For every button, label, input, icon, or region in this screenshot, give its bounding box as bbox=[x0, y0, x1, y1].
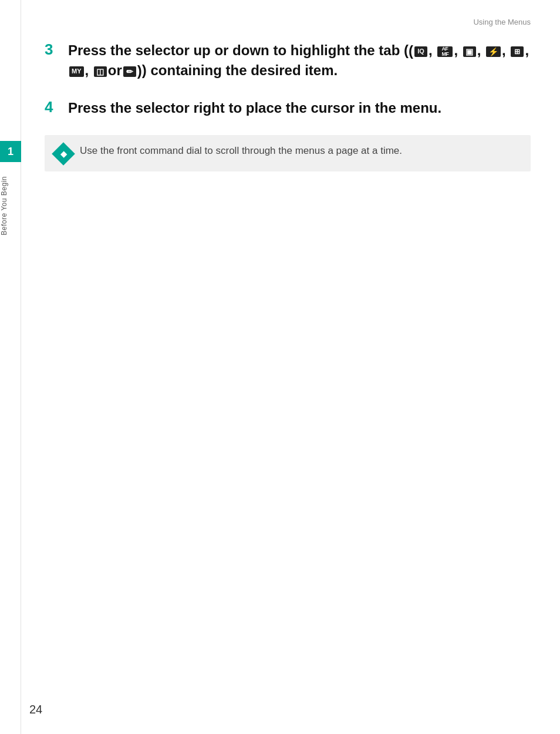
note-text: Use the front command dial to scroll thr… bbox=[80, 143, 402, 159]
step-3-text-before: Press the selector up or down to highlig… bbox=[68, 42, 409, 58]
step-3: 3 Press the selector up or down to highl… bbox=[45, 41, 531, 81]
step-4: 4 Press the selector right to place the … bbox=[45, 99, 531, 117]
custom-icon: ✏ bbox=[123, 66, 136, 77]
page-number: 24 bbox=[29, 703, 42, 716]
my-icon: MY bbox=[69, 66, 84, 77]
playback-icon: ◫ bbox=[94, 66, 107, 77]
note-box: ◆ Use the front command dial to scroll t… bbox=[45, 135, 531, 171]
sidebar: 1 Before You Begin bbox=[0, 0, 21, 734]
note-icon-container: ◆ bbox=[54, 144, 73, 163]
comma-4: , bbox=[502, 42, 510, 58]
comma-1: , bbox=[429, 42, 436, 58]
grid-icon: ⊞ bbox=[511, 46, 524, 57]
step-3-text: Press the selector up or down to highlig… bbox=[68, 41, 531, 81]
step-3-text-after: ) containing the desired item. bbox=[142, 62, 338, 78]
step-4-text: Press the selector right to place the cu… bbox=[68, 99, 531, 117]
flash-icon: ⚡ bbox=[486, 46, 501, 57]
sidebar-chapter-number: 1 bbox=[0, 141, 21, 162]
or-text: or bbox=[108, 62, 122, 78]
camera-icon: ▣ bbox=[463, 46, 476, 57]
close-paren: ) bbox=[137, 63, 142, 79]
comma-5: , bbox=[525, 42, 529, 58]
page-header-text: Using the Menus bbox=[473, 18, 531, 26]
open-paren: ( bbox=[409, 43, 413, 59]
note-diamond-icon: ◆ bbox=[52, 142, 75, 166]
note-diamond-inner: ◆ bbox=[60, 149, 67, 159]
sidebar-chapter-label: Before You Begin bbox=[0, 170, 21, 241]
afmf-icon: AFMF bbox=[437, 46, 453, 57]
comma-2: , bbox=[454, 42, 461, 58]
page-header: Using the Menus bbox=[45, 18, 531, 26]
comma-6: , bbox=[85, 62, 93, 78]
step-4-content: Press the selector right to place the cu… bbox=[68, 99, 531, 117]
step-4-number: 4 bbox=[45, 99, 68, 116]
comma-3: , bbox=[477, 42, 485, 58]
step-3-content: Press the selector up or down to highlig… bbox=[68, 41, 531, 81]
main-content: Using the Menus 3 Press the selector up … bbox=[21, 0, 560, 734]
iq-icon: IQ bbox=[414, 46, 427, 57]
step-3-number: 3 bbox=[45, 41, 68, 58]
